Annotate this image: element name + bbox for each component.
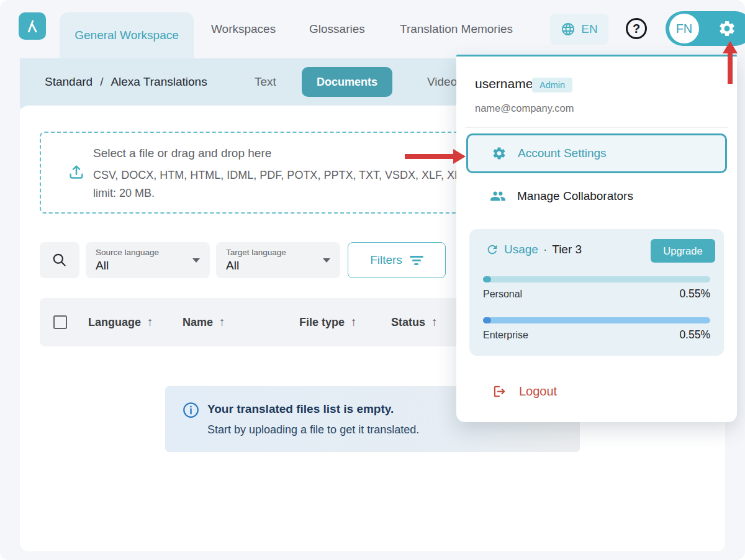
chevron-down-icon bbox=[323, 258, 330, 263]
enterprise-usage-label: Enterprise bbox=[483, 330, 528, 341]
tab-general-workspace[interactable]: General Workspace bbox=[60, 12, 194, 58]
avatar[interactable]: FN bbox=[669, 14, 699, 43]
tab-general-workspace-label: General Workspace bbox=[74, 29, 179, 42]
tab-text[interactable]: Text bbox=[255, 58, 276, 106]
tab-text-label: Text bbox=[255, 75, 276, 89]
sort-asc-icon[interactable]: ↑ bbox=[219, 315, 225, 329]
sort-asc-icon[interactable]: ↑ bbox=[431, 315, 438, 329]
column-header-file-type[interactable]: File type ↑ bbox=[299, 315, 391, 329]
account-settings-label: Account Settings bbox=[518, 147, 607, 160]
tab-documents[interactable]: Documents bbox=[302, 67, 392, 97]
column-header-status[interactable]: Status ↑ bbox=[391, 315, 466, 329]
settings-gear-icon[interactable] bbox=[718, 19, 736, 38]
enterprise-usage-bar bbox=[483, 317, 710, 323]
dropzone-formats: CSV, DOCX, HTM, HTML, IDML, PDF, POTX, P… bbox=[93, 169, 477, 182]
nav-translation-memories[interactable]: Translation Memories bbox=[400, 0, 513, 58]
question-icon: ? bbox=[633, 22, 640, 36]
sort-asc-icon[interactable]: ↑ bbox=[147, 315, 153, 329]
annotation-arrow-to-gear-head bbox=[723, 41, 738, 53]
account-email: name@company.com bbox=[475, 102, 574, 114]
usage-card: Usage · Tier 3 Upgrade Personal 0.55% En… bbox=[469, 229, 724, 356]
account-username: username bbox=[475, 76, 533, 91]
target-language-value: All bbox=[226, 259, 239, 273]
nav-workspaces-label: Workspaces bbox=[211, 22, 276, 36]
target-language-select[interactable]: Target language All bbox=[216, 242, 340, 278]
usage-tier: Tier 3 bbox=[552, 243, 582, 256]
manage-collaborators-label: Manage Collaborators bbox=[517, 189, 633, 203]
language-code: EN bbox=[581, 22, 597, 36]
menu-divider bbox=[465, 127, 728, 128]
upgrade-button-label: Upgrade bbox=[663, 245, 702, 257]
gear-icon bbox=[492, 146, 507, 161]
lambda-icon bbox=[23, 17, 42, 35]
account-menu: username Admin name@company.com Account … bbox=[456, 55, 737, 422]
enterprise-usage-fill bbox=[483, 317, 491, 323]
usage-title: Usage bbox=[504, 243, 538, 256]
column-status-label: Status bbox=[391, 316, 425, 329]
annotation-arrow-to-gear bbox=[728, 53, 733, 84]
source-language-value: All bbox=[96, 259, 109, 273]
globe-icon bbox=[561, 22, 576, 37]
nav-workspaces[interactable]: Workspaces bbox=[211, 0, 276, 58]
upload-icon bbox=[67, 163, 86, 181]
column-file-type-label: File type bbox=[299, 316, 345, 329]
target-language-label: Target language bbox=[226, 248, 286, 257]
nav-translation-memories-label: Translation Memories bbox=[400, 22, 513, 36]
usage-header: Usage · Tier 3 bbox=[485, 243, 582, 256]
menu-item-account-settings[interactable]: Account Settings bbox=[466, 133, 727, 173]
empty-state-title: Your translated files list is empty. bbox=[207, 402, 394, 416]
menu-item-manage-collaborators[interactable]: Manage Collaborators bbox=[466, 178, 727, 214]
info-icon bbox=[183, 402, 199, 418]
brand-logo[interactable] bbox=[19, 12, 46, 40]
search-icon bbox=[52, 252, 68, 268]
filters-button[interactable]: Filters bbox=[348, 242, 446, 278]
filter-icon bbox=[410, 254, 423, 267]
language-selector[interactable]: EN bbox=[550, 14, 608, 45]
breadcrumb-standard[interactable]: Standard bbox=[45, 75, 93, 89]
breadcrumb-separator: / bbox=[100, 75, 103, 89]
filters-button-label: Filters bbox=[370, 253, 402, 267]
breadcrumb-workspace-name[interactable]: Alexa Translations bbox=[111, 75, 207, 89]
nav-glossaries-label: Glossaries bbox=[309, 22, 365, 36]
empty-state-subtitle: Start by uploading a file to get it tran… bbox=[207, 423, 419, 436]
app-window: General Workspace Workspaces Glossaries … bbox=[0, 0, 745, 560]
personal-usage-row: Personal 0.55% bbox=[483, 287, 710, 300]
personal-usage-bar bbox=[483, 276, 710, 282]
annotation-arrow-to-account-settings bbox=[405, 154, 454, 159]
source-language-select[interactable]: Source language All bbox=[86, 242, 210, 278]
column-header-language[interactable]: Language ↑ bbox=[88, 315, 183, 329]
avatar-initials: FN bbox=[676, 22, 693, 36]
admin-badge: Admin bbox=[532, 78, 572, 93]
column-name-label: Name bbox=[183, 316, 213, 329]
menu-item-logout[interactable]: Logout bbox=[466, 376, 727, 407]
source-language-label: Source language bbox=[96, 248, 159, 257]
upgrade-button[interactable]: Upgrade bbox=[651, 239, 715, 263]
column-header-name[interactable]: Name ↑ bbox=[183, 315, 299, 329]
personal-usage-fill bbox=[483, 276, 491, 282]
personal-usage-label: Personal bbox=[483, 289, 522, 300]
dropzone-title: Select a file or drag and drop here bbox=[93, 147, 271, 160]
logout-icon bbox=[491, 384, 507, 399]
search-button[interactable] bbox=[40, 242, 79, 278]
enterprise-usage-row: Enterprise 0.55% bbox=[483, 328, 710, 341]
people-icon bbox=[490, 188, 506, 204]
nav-glossaries[interactable]: Glossaries bbox=[309, 0, 365, 58]
refresh-icon bbox=[485, 243, 499, 256]
enterprise-usage-value: 0.55% bbox=[679, 328, 710, 341]
chevron-down-icon bbox=[192, 258, 200, 263]
breadcrumb[interactable]: Standard / Alexa Translations bbox=[45, 58, 207, 106]
annotation-arrow-to-account-settings-head bbox=[453, 149, 466, 164]
tab-documents-label: Documents bbox=[317, 76, 377, 89]
sort-asc-icon[interactable]: ↑ bbox=[351, 315, 357, 329]
column-language-label: Language bbox=[88, 316, 141, 329]
logout-label: Logout bbox=[519, 384, 557, 399]
personal-usage-value: 0.55% bbox=[679, 287, 710, 300]
dropzone-limit: limit: 20 MB. bbox=[93, 187, 155, 200]
usage-separator: · bbox=[543, 243, 547, 256]
select-all-checkbox[interactable] bbox=[53, 315, 67, 329]
help-button[interactable]: ? bbox=[626, 18, 647, 39]
